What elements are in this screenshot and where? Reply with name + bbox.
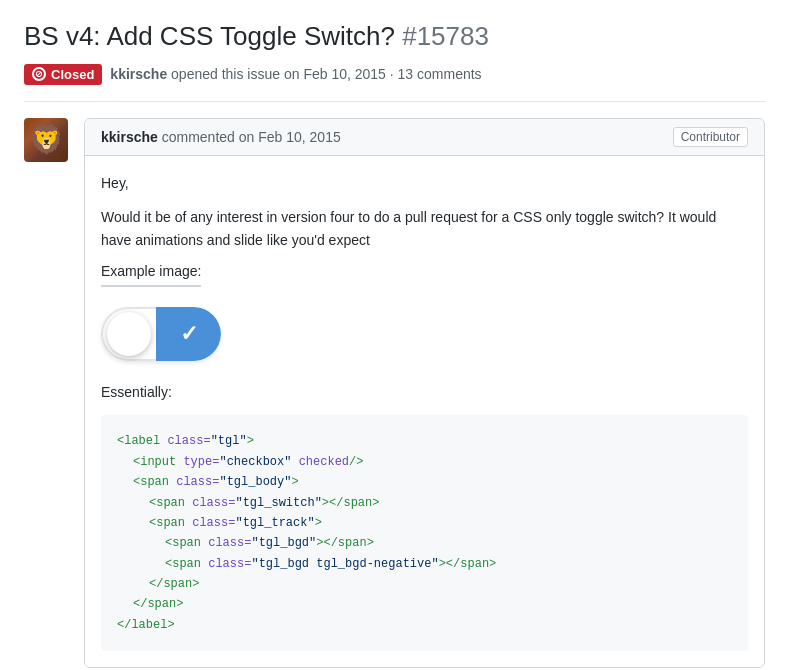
closed-icon: ⊘ (32, 67, 46, 81)
toggle-track: ✓ (156, 307, 221, 361)
avatar (24, 118, 68, 162)
toggle-switch: ✓ (101, 307, 221, 361)
code-block: <label class="tgl"> <input type="checkbo… (101, 415, 748, 651)
toggle-check-icon: ✓ (180, 321, 198, 347)
toggle-knob (107, 312, 151, 356)
code-line-3: <span class="tgl_body"> (117, 472, 732, 492)
example-label: Example image: (101, 263, 201, 287)
code-line-7: <span class="tgl_bgd tgl_bgd-negative"><… (117, 554, 732, 574)
code-line-9: </span> (117, 594, 732, 614)
avatar-image (24, 118, 68, 162)
comment-author-line: kkirsche commented on Feb 10, 2015 (101, 129, 341, 145)
issue-meta-description: opened this issue on Feb 10, 2015 · 13 c… (171, 66, 482, 82)
code-line-6: <span class="tgl_bgd"></span> (117, 533, 732, 553)
code-line-8: </span> (117, 574, 732, 594)
issue-author-link[interactable]: kkirsche (110, 66, 167, 82)
issue-meta: ⊘ Closed kkirsche opened this issue on F… (24, 64, 765, 102)
example-section: Example image: ✓ (101, 263, 748, 361)
toggle-demo: ✓ (101, 307, 748, 361)
comment-wrapper: kkirsche commented on Feb 10, 2015 Contr… (24, 118, 765, 668)
comment-header: kkirsche commented on Feb 10, 2015 Contr… (85, 119, 764, 156)
essentially-label: Essentially: (101, 381, 748, 403)
comment-greeting: Hey, (101, 172, 748, 194)
code-line-2: <input type="checkbox" checked/> (117, 452, 732, 472)
code-line-1: <label class="tgl"> (117, 431, 732, 451)
contributor-badge: Contributor (673, 127, 748, 147)
issue-meta-text: kkirsche opened this issue on Feb 10, 20… (110, 66, 481, 82)
issue-number: #15783 (402, 21, 489, 51)
comment-date: commented on Feb 10, 2015 (162, 129, 341, 145)
comment-box: kkirsche commented on Feb 10, 2015 Contr… (84, 118, 765, 668)
page-title: BS v4: Add CSS Toggle Switch? #15783 (24, 20, 765, 54)
code-line-4: <span class="tgl_switch"></span> (117, 493, 732, 513)
comment-text: Would it be of any interest in version f… (101, 206, 748, 251)
code-line-10: </label> (117, 615, 732, 635)
comment-body: Hey, Would it be of any interest in vers… (85, 156, 764, 667)
issue-title-text: BS v4: Add CSS Toggle Switch? (24, 21, 395, 51)
badge-label: Closed (51, 67, 94, 82)
code-line-5: <span class="tgl_track"> (117, 513, 732, 533)
status-badge: ⊘ Closed (24, 64, 102, 85)
comment-author-name[interactable]: kkirsche (101, 129, 158, 145)
